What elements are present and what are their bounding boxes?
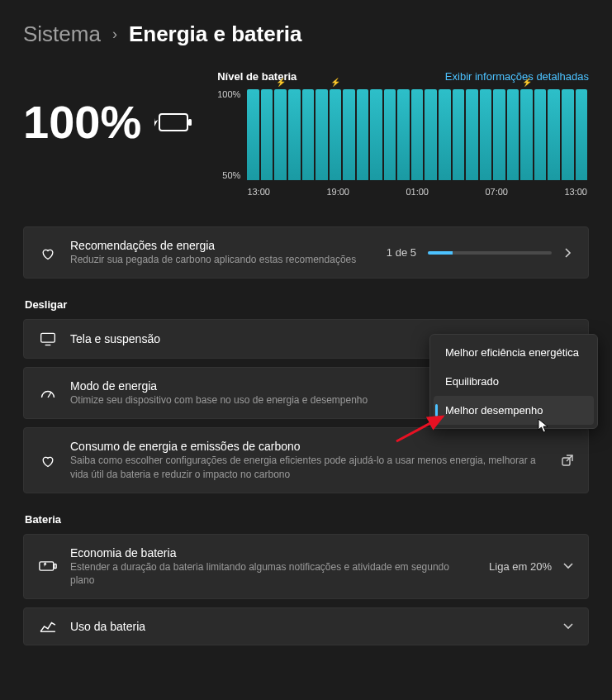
svg-marker-2 [154, 116, 158, 129]
battery-saver-threshold: Liga em 20% [489, 560, 552, 573]
card-title: Economia de bateria [70, 546, 476, 560]
leaf-heart-icon [39, 245, 57, 261]
dropdown-option-performance[interactable]: Melhor desempenho [434, 396, 594, 425]
chart-x-label: 07:00 [485, 187, 508, 197]
card-title: Recomendações de energia [70, 239, 373, 252]
chart-x-label: 13:00 [564, 187, 587, 197]
card-energy-carbon[interactable]: Consumo de energia e emissões de carbono… [23, 427, 589, 493]
battery-percent-display: 100% [23, 95, 192, 149]
battery-level-chart: 100% 50% ⚡⚡⚡ 13:00 19:00 01:00 07:00 13:… [217, 89, 589, 205]
battery-charging-icon [154, 112, 192, 133]
chevron-down-icon [563, 621, 573, 631]
chart-y-label: 100% [217, 89, 240, 99]
chart-bar [534, 89, 547, 180]
chart-bar [315, 89, 328, 180]
section-label-battery: Bateria [25, 513, 589, 526]
external-link-icon [562, 455, 573, 466]
chart-bar [493, 89, 505, 180]
section-label-power-off: Desligar [25, 298, 589, 311]
lightning-icon: ⚡ [522, 78, 532, 87]
breadcrumb: Sistema › Energia e bateria [23, 21, 589, 47]
chart-x-label: 19:00 [326, 187, 349, 197]
breadcrumb-parent[interactable]: Sistema [23, 21, 101, 47]
breadcrumb-current: Energia e bateria [129, 21, 302, 47]
chart-bar [466, 89, 478, 180]
usage-chart-icon [39, 620, 57, 633]
chart-bar: ⚡ [330, 89, 342, 180]
chart-bar [302, 89, 315, 180]
recommendations-progress [428, 251, 552, 255]
gauge-icon [39, 386, 57, 401]
chart-bar [576, 89, 588, 180]
chevron-right-icon [563, 248, 573, 258]
recommendations-counter: 1 de 5 [387, 246, 416, 259]
lightning-icon: ⚡ [330, 78, 340, 87]
battery-saver-icon [39, 560, 57, 573]
chart-bar [357, 89, 369, 180]
chart-bar: ⚡ [520, 89, 533, 180]
card-battery-saver[interactable]: Economia de bateria Estender a duração d… [23, 534, 589, 599]
chart-detail-link[interactable]: Exibir informações detalhadas [445, 70, 589, 83]
battery-percent-value: 100% [23, 95, 141, 149]
chart-bar [384, 89, 396, 180]
breadcrumb-separator: › [112, 26, 117, 43]
svg-rect-3 [41, 334, 55, 343]
chart-bar [439, 89, 451, 180]
chart-bar [548, 89, 560, 180]
chart-x-label: 13:00 [247, 187, 270, 197]
card-subtitle: Reduzir sua pegada de carbono aplicando … [70, 253, 373, 266]
power-mode-dropdown[interactable]: Melhor eficiência energética Equilibrado… [429, 334, 598, 429]
monitor-icon [39, 331, 57, 346]
chart-bar [370, 89, 382, 180]
chart-bar [507, 89, 519, 180]
svg-rect-0 [159, 114, 187, 131]
svg-rect-5 [40, 562, 54, 570]
card-title: Consumo de energia e emissões de carbono [70, 440, 548, 453]
chart-bar [261, 89, 273, 180]
svg-rect-6 [55, 564, 57, 569]
leaf-icon [39, 452, 57, 469]
card-battery-usage[interactable]: Uso da bateria [23, 607, 589, 645]
chart-bar: ⚡ [274, 89, 287, 180]
chart-bar [247, 89, 259, 180]
dropdown-option-balanced[interactable]: Equilibrado [434, 367, 594, 396]
svg-rect-1 [188, 119, 192, 126]
chart-bar [425, 89, 437, 180]
chart-bar [453, 89, 465, 180]
chart-bar [397, 89, 410, 180]
chevron-down-icon [563, 561, 573, 571]
chart-bar [411, 89, 424, 180]
chart-bar [480, 89, 492, 180]
chart-bar [343, 89, 355, 180]
card-title: Uso da bateria [70, 620, 550, 633]
lightning-icon: ⚡ [276, 78, 286, 87]
card-subtitle: Saiba como escolher configurações de ene… [70, 454, 548, 480]
chart-x-label: 01:00 [406, 187, 429, 197]
dropdown-option-efficiency[interactable]: Melhor eficiência energética [434, 338, 594, 367]
card-energy-recommendations[interactable]: Recomendações de energia Reduzir sua peg… [23, 226, 589, 279]
chart-bar [562, 89, 574, 180]
chart-y-label: 50% [217, 170, 240, 180]
chart-bar [288, 89, 301, 180]
card-subtitle: Estender a duração da bateria limitando … [70, 560, 476, 587]
